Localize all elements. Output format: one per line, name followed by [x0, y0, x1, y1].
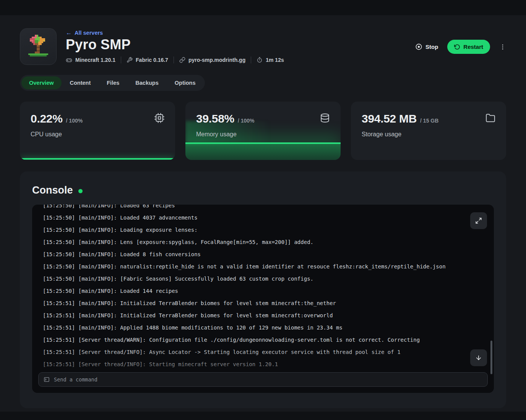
tab-backups[interactable]: Backups	[128, 76, 166, 89]
stop-icon	[415, 43, 422, 50]
folder-icon	[485, 113, 495, 123]
console-log-line: [15:25:50] [main/INFO]: [Fabric Seasons]…	[43, 273, 483, 285]
console-log-line: [15:25:50] [main/INFO]: Lens [exposure:s…	[43, 236, 483, 248]
storage-usage-limit: / 15 GB	[420, 118, 438, 124]
console-log-line: [15:25:51] [Server thread/WARN]: Configu…	[43, 334, 483, 346]
meta-game-version: Minecraft 1.20.1	[66, 57, 115, 63]
wrench-icon	[127, 57, 133, 63]
console-log-line: [15:25:50] [main/INFO]: Loaded 8 fish co…	[43, 248, 483, 260]
back-to-all-servers-link[interactable]: ← All servers	[66, 30, 103, 36]
console-log: [15:25:50] [main/INFO]: Loaded 63 recipe…	[32, 205, 494, 370]
pixel-tree-icon	[25, 33, 52, 60]
console-log-line: [15:25:51] [Server thread/INFO]: Startin…	[43, 358, 483, 370]
console-log-line: [15:25:51] [main/INFO]: Initialized Terr…	[43, 297, 483, 309]
meta-label: Fabric 0.16.7	[136, 57, 168, 63]
cpu-usage-label: CPU usage	[31, 131, 164, 138]
stopwatch-icon	[257, 57, 263, 63]
tab-content[interactable]: Content	[62, 76, 99, 89]
cpu-usage-value: 0.22%	[31, 112, 63, 125]
console-log-line: [15:25:50] [main/INFO]: Loaded 63 recipe…	[43, 205, 483, 212]
meta-uptime: 1m 12s	[257, 57, 284, 63]
console-log-line: [15:25:50] [main/INFO]: Loaded 144 recip…	[43, 285, 483, 297]
tab-options[interactable]: Options	[167, 76, 203, 89]
back-link-label: All servers	[75, 30, 103, 36]
storage-usage-value: 394.52 MB	[362, 112, 417, 125]
console-log-line: [15:25:50] [main/INFO]: naturalist:repti…	[43, 260, 483, 273]
meta-label: pyro-smp.modrinth.gg	[188, 57, 245, 63]
cpu-usage-limit: / 100%	[66, 118, 83, 124]
online-status-dot	[78, 189, 83, 193]
meta-domain[interactable]: pyro-smp.modrinth.gg	[179, 57, 245, 63]
kebab-icon	[499, 44, 506, 50]
scroll-to-bottom-button[interactable]	[470, 349, 487, 366]
meta-label: 1m 12s	[266, 57, 284, 63]
restart-icon	[454, 44, 460, 50]
main-panel: ← All servers Pyro SMP Minecraft 1.20.1 …	[0, 15, 526, 412]
tab-bar: Overview Content Files Backups Options	[20, 75, 205, 91]
link-icon	[179, 57, 185, 63]
back-arrow-icon: ←	[66, 30, 72, 36]
console-output[interactable]: [15:25:50] [main/INFO]: Loaded 63 recipe…	[32, 205, 494, 393]
memory-usage-limit: / 100%	[238, 118, 255, 124]
meta-loader: Fabric 0.16.7	[127, 57, 168, 63]
console-log-line: [15:25:51] [main/INFO]: Initialized Terr…	[43, 309, 483, 321]
more-options-button[interactable]	[499, 44, 506, 50]
header-actions: Stop Restart	[415, 40, 506, 54]
stats-row: 0.22% / 100% CPU usage 39.58% / 100%	[20, 102, 506, 160]
console-scrollbar[interactable]	[490, 341, 492, 374]
console-title: Console	[32, 184, 73, 196]
console-log-line: [15:25:51] [main/INFO]: Applied 1488 bio…	[43, 321, 483, 334]
server-avatar	[20, 28, 57, 65]
command-bar	[38, 372, 488, 387]
console-fullscreen-button[interactable]	[470, 212, 487, 229]
page-title: Pyro SMP	[66, 37, 284, 53]
database-icon	[320, 113, 330, 123]
memory-usage-card: 39.58% / 100% Memory usage	[185, 102, 341, 160]
server-header: ← All servers Pyro SMP Minecraft 1.20.1 …	[20, 28, 506, 65]
console-log-line: [15:25:50] [main/INFO]: Loading exposure…	[43, 224, 483, 236]
gamepad-icon	[66, 57, 72, 63]
storage-usage-card: 394.52 MB / 15 GB Storage usage	[351, 102, 506, 160]
expand-icon	[475, 217, 482, 224]
divider	[174, 57, 174, 63]
terminal-prompt-icon	[44, 376, 50, 383]
stop-label: Stop	[425, 44, 438, 50]
meta-label: Minecraft 1.20.1	[75, 57, 115, 63]
tab-files[interactable]: Files	[99, 76, 127, 89]
server-meta: Minecraft 1.20.1 Fabric 0.16.7 pyro-smp.…	[66, 57, 284, 63]
divider	[121, 57, 121, 63]
console-log-line: [15:25:51] [Server thread/INFO]: Async L…	[43, 346, 483, 358]
command-input[interactable]	[54, 376, 482, 383]
memory-usage-graph	[185, 142, 341, 160]
memory-usage-value: 39.58%	[196, 112, 234, 125]
divider	[251, 57, 251, 63]
restart-button[interactable]: Restart	[447, 40, 490, 54]
restart-label: Restart	[463, 44, 483, 50]
arrow-down-icon	[475, 354, 482, 361]
cpu-usage-card: 0.22% / 100% CPU usage	[20, 102, 175, 160]
cpu-icon	[154, 113, 164, 123]
memory-usage-label: Memory usage	[196, 131, 330, 138]
console-card: Console [15:25:50] [main/INFO]: Loaded 6…	[20, 171, 506, 408]
console-log-line: [15:25:50] [main/INFO]: Loaded 4037 adva…	[43, 212, 483, 224]
cpu-usage-graph	[21, 158, 174, 160]
tab-overview[interactable]: Overview	[21, 76, 62, 89]
storage-usage-label: Storage usage	[362, 131, 495, 138]
stop-button[interactable]: Stop	[415, 43, 438, 50]
